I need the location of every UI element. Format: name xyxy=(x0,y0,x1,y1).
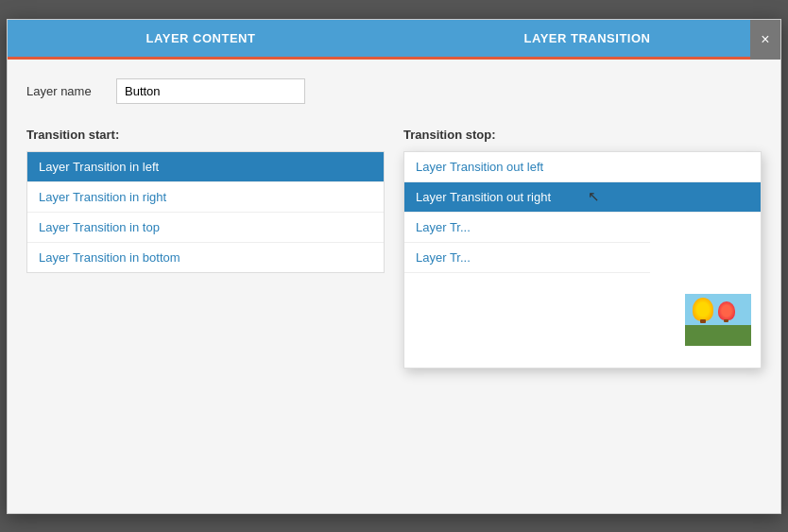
balloon-1 xyxy=(693,298,713,321)
layer-name-row: Layer name xyxy=(26,78,762,104)
dropdown-item-out-left[interactable]: Layer Transition out left xyxy=(404,152,761,182)
cursor-icon: ↖ xyxy=(588,188,600,205)
preview-image xyxy=(685,294,751,346)
dropdown-item-label: Layer Transition out right xyxy=(416,190,551,204)
transition-start-title: Transition start: xyxy=(26,128,385,142)
list-item[interactable]: Layer Transition in bottom xyxy=(27,243,384,272)
balloon-basket-2 xyxy=(724,319,728,322)
dialog: LAYER CONTENT LAYER TRANSITION × Layer n… xyxy=(7,19,781,514)
close-button[interactable]: × xyxy=(750,20,780,60)
preview-area xyxy=(404,273,761,368)
tab-bar: LAYER CONTENT LAYER TRANSITION × xyxy=(8,20,780,60)
dropdown-item-out-top[interactable]: Layer Tr... xyxy=(404,213,650,243)
layer-name-input[interactable] xyxy=(116,78,305,104)
tab-layer-content[interactable]: LAYER CONTENT xyxy=(8,20,394,57)
balloon-2 xyxy=(718,301,735,320)
balloon-basket-1 xyxy=(700,319,706,323)
transition-stop-panel: Transition stop: Layer Transition out le… xyxy=(403,128,762,273)
panels: Transition start: Layer Transition in le… xyxy=(26,128,762,273)
dropdown-item-out-bottom[interactable]: Layer Tr... xyxy=(404,243,650,273)
dialog-body: Layer name Transition start: Layer Trans… xyxy=(8,60,780,513)
transition-stop-dropdown: Layer Transition out left Layer Transiti… xyxy=(403,151,762,369)
dropdown-item-out-right[interactable]: Layer Transition out right ↖ xyxy=(404,182,761,213)
list-item[interactable]: Layer Transition in right xyxy=(27,182,384,213)
list-item[interactable]: Layer Transition in left xyxy=(27,152,384,182)
list-item[interactable]: Layer Transition in top xyxy=(27,213,384,243)
transition-start-list: Layer Transition in left Layer Transitio… xyxy=(26,151,385,273)
layer-name-label: Layer name xyxy=(26,84,102,98)
transition-stop-title: Transition stop: xyxy=(403,128,762,142)
tab-layer-transition[interactable]: LAYER TRANSITION xyxy=(394,20,780,60)
transition-stop-list-container: Layer Transition out left Layer Transiti… xyxy=(403,151,762,273)
transition-start-panel: Transition start: Layer Transition in le… xyxy=(26,128,385,273)
